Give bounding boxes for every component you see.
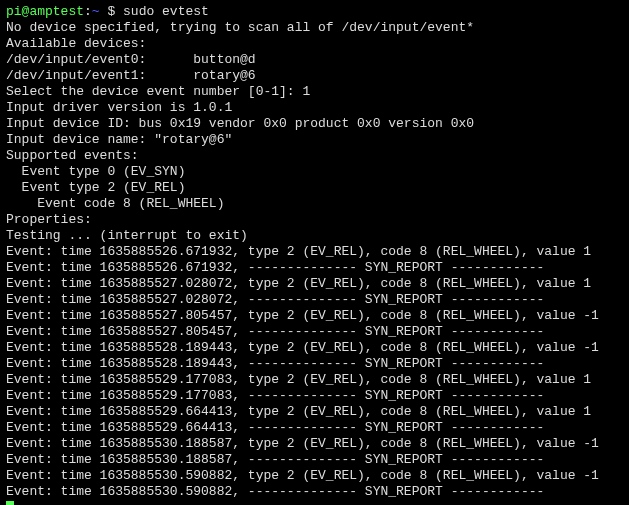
prompt-separator: : [84,4,92,19]
prompt-path: ~ [92,4,100,19]
prompt-symbol: $ [100,4,123,19]
prompt-user-host: pi@amptest [6,4,84,19]
prompt-line: pi@amptest:~ $ sudo evtest [6,4,209,19]
command-input[interactable]: sudo evtest [123,4,209,19]
terminal-output: No device specified, trying to scan all … [6,20,599,499]
cursor [6,501,14,505]
terminal[interactable]: pi@amptest:~ $ sudo evtest No device spe… [0,0,629,505]
